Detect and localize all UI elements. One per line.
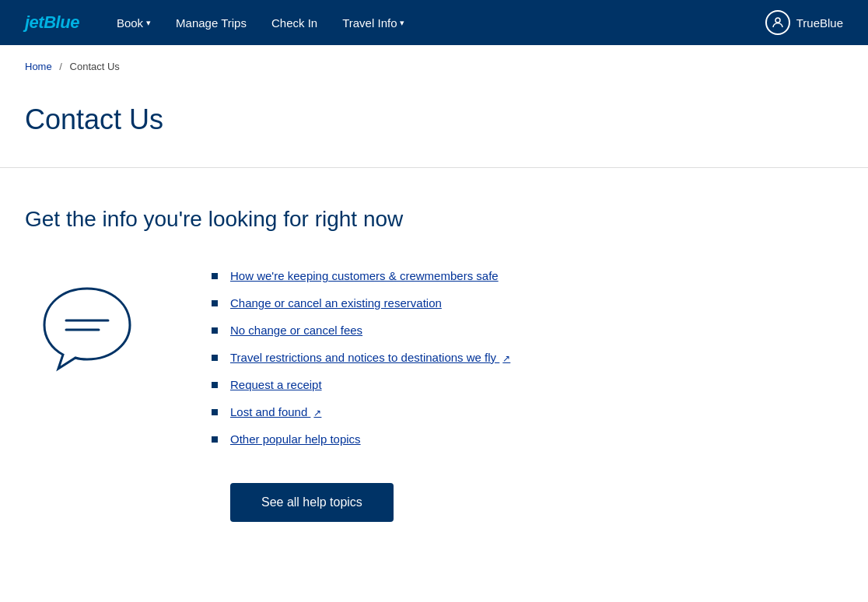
list-item: Request a receipt xyxy=(212,378,843,391)
bullet-icon xyxy=(212,436,218,443)
external-link-icon: ↗ xyxy=(502,353,510,364)
external-link-icon: ↗ xyxy=(313,408,321,418)
list-item: Travel restrictions and notices to desti… xyxy=(212,351,843,364)
help-link-change-cancel[interactable]: Change or cancel an existing reservation xyxy=(230,296,442,310)
main-nav: jetBlue Book ▾ Manage Trips Check In Tra… xyxy=(0,0,868,45)
svg-point-0 xyxy=(775,18,780,23)
user-avatar-icon xyxy=(765,10,790,35)
bullet-icon xyxy=(212,327,218,334)
trueblue-label: TrueBlue xyxy=(796,16,843,30)
brand-logo[interactable]: jetBlue xyxy=(25,12,79,33)
main-content: Get the info you're looking for right no… xyxy=(0,168,868,561)
chevron-down-icon: ▾ xyxy=(146,18,151,28)
trueblue-nav-item[interactable]: TrueBlue xyxy=(765,10,843,35)
breadcrumb: Home / Contact Us xyxy=(0,45,868,88)
bullet-icon xyxy=(212,382,218,388)
help-link-other-topics[interactable]: Other popular help topics xyxy=(230,432,361,446)
content-area: How we're keeping customers & crewmember… xyxy=(25,269,843,522)
nav-book[interactable]: Book ▾ xyxy=(117,16,151,30)
help-link-travel-restrictions[interactable]: Travel restrictions and notices to desti… xyxy=(230,351,510,364)
list-item: How we're keeping customers & crewmember… xyxy=(212,269,843,282)
list-item: No change or cancel fees xyxy=(212,324,843,337)
cta-button-wrapper: See all help topics xyxy=(212,483,843,522)
breadcrumb-separator: / xyxy=(59,61,62,72)
bullet-icon xyxy=(212,300,218,306)
page-title: Contact Us xyxy=(25,103,843,136)
page-title-section: Contact Us xyxy=(0,88,868,167)
nav-check-in-label: Check In xyxy=(271,16,317,30)
breadcrumb-current: Contact Us xyxy=(70,61,120,72)
nav-travel-info[interactable]: Travel Info ▾ xyxy=(342,16,404,30)
breadcrumb-home[interactable]: Home xyxy=(25,61,52,72)
help-link-safety[interactable]: How we're keeping customers & crewmember… xyxy=(230,269,499,282)
list-item: Other popular help topics xyxy=(212,432,843,446)
help-links-list: How we're keeping customers & crewmember… xyxy=(212,269,843,446)
help-link-no-fees[interactable]: No change or cancel fees xyxy=(230,324,362,337)
see-all-help-topics-button[interactable]: See all help topics xyxy=(230,483,394,522)
help-link-lost-found[interactable]: Lost and found ↗ xyxy=(230,405,321,418)
chat-icon-container xyxy=(25,269,149,378)
bullet-icon xyxy=(212,409,218,415)
nav-book-label: Book xyxy=(117,16,143,30)
section-heading: Get the info you're looking for right no… xyxy=(25,207,843,232)
help-links-container: How we're keeping customers & crewmember… xyxy=(212,269,843,522)
chevron-down-icon-travel: ▾ xyxy=(400,18,404,28)
nav-travel-info-label: Travel Info xyxy=(342,16,397,30)
help-link-receipt[interactable]: Request a receipt xyxy=(230,378,322,391)
list-item: Change or cancel an existing reservation xyxy=(212,296,843,310)
bullet-icon xyxy=(212,355,218,361)
nav-check-in[interactable]: Check In xyxy=(271,16,317,30)
bullet-icon xyxy=(212,273,218,279)
chat-bubble-icon xyxy=(37,277,138,378)
person-icon xyxy=(771,16,785,30)
list-item: Lost and found ↗ xyxy=(212,405,843,418)
nav-manage-trips[interactable]: Manage Trips xyxy=(176,16,247,30)
logo-text: jetBlue xyxy=(25,12,79,32)
nav-manage-trips-label: Manage Trips xyxy=(176,16,247,30)
